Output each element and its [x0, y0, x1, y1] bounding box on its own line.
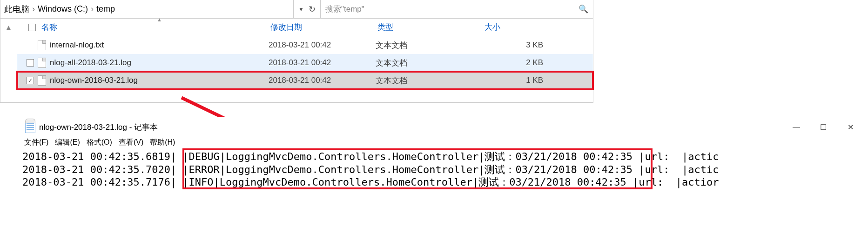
- menu-item[interactable]: 查看(V): [119, 138, 143, 147]
- maximize-button[interactable]: ☐: [810, 119, 837, 135]
- col-type-label: 类型: [377, 22, 393, 33]
- col-size-label: 大小: [484, 22, 500, 33]
- editor-content[interactable]: 2018-03-21 00:42:35.6819| |DEBUG|Logging…: [20, 150, 867, 192]
- file-list: 名称 ▲ 修改日期 类型 大小 internal-nlog.txt2018-03…: [17, 19, 593, 102]
- breadcrumb-seg[interactable]: temp: [96, 4, 115, 14]
- file-modified: 2018-03-21 00:42: [269, 40, 376, 50]
- file-size: 2 KB: [483, 58, 557, 67]
- col-modified-label: 修改日期: [270, 22, 302, 33]
- search-placeholder: 搜索"temp": [325, 4, 364, 14]
- file-name-cell: ✓nlog-own-2018-03-21.log: [27, 75, 269, 86]
- history-dropdown-icon[interactable]: ▼: [298, 6, 304, 13]
- col-name-label: 名称: [41, 22, 57, 33]
- explorer-window: 此电脑›Windows (C:)›temp ▼ ↻ 搜索"temp" 🔍 ▲ 名…: [0, 0, 593, 103]
- breadcrumb-seg[interactable]: Windows (C:): [38, 4, 88, 14]
- minimize-button[interactable]: —: [783, 119, 810, 135]
- file-type: 文本文档: [376, 58, 483, 68]
- column-headers: 名称 ▲ 修改日期 类型 大小: [17, 19, 593, 36]
- file-name: nlog-own-2018-03-21.log: [50, 76, 138, 85]
- file-row[interactable]: ✓nlog-own-2018-03-21.log2018-03-21 00:42…: [17, 72, 593, 89]
- file-icon: [38, 75, 46, 86]
- menu-item[interactable]: 帮助(H): [150, 138, 175, 147]
- titlebar[interactable]: nlog-own-2018-03-21.log - 记事本 — ☐ ✕: [20, 117, 867, 137]
- select-all-checkbox[interactable]: [28, 24, 36, 31]
- col-name[interactable]: 名称 ▲: [27, 22, 269, 33]
- file-row[interactable]: nlog-all-2018-03-21.log2018-03-21 00:42文…: [17, 54, 593, 72]
- file-modified: 2018-03-21 00:42: [269, 76, 376, 85]
- close-button[interactable]: ✕: [837, 119, 864, 135]
- row-checkbox[interactable]: ✓: [27, 77, 34, 84]
- file-size: 1 KB: [483, 76, 557, 85]
- col-modified[interactable]: 修改日期: [269, 22, 376, 33]
- notepad-icon: [25, 121, 35, 133]
- menu-item[interactable]: 编辑(E): [55, 138, 80, 147]
- breadcrumb[interactable]: 此电脑›Windows (C:)›temp: [0, 0, 294, 18]
- file-name: nlog-all-2018-03-21.log: [50, 58, 131, 67]
- scroll-up-icon[interactable]: ▲: [0, 19, 17, 102]
- menu-item[interactable]: 文件(F): [24, 138, 48, 147]
- file-size: 3 KB: [483, 40, 557, 50]
- menu-item[interactable]: 格式(O): [87, 138, 112, 147]
- col-size[interactable]: 大小: [483, 22, 557, 33]
- chevron-right-icon[interactable]: ›: [91, 4, 94, 14]
- file-type: 文本文档: [376, 75, 483, 86]
- menu-bar: 文件(F)编辑(E)格式(O)查看(V)帮助(H): [20, 137, 867, 150]
- file-name-cell: nlog-all-2018-03-21.log: [27, 58, 269, 68]
- file-row[interactable]: internal-nlog.txt2018-03-21 00:42文本文档3 K…: [17, 36, 593, 54]
- search-box[interactable]: 搜索"temp" 🔍: [321, 0, 593, 18]
- search-icon[interactable]: 🔍: [579, 4, 588, 14]
- notepad-window: nlog-own-2018-03-21.log - 记事本 — ☐ ✕ 文件(F…: [20, 117, 867, 192]
- file-name: internal-nlog.txt: [50, 40, 104, 50]
- refresh-icon[interactable]: ↻: [309, 4, 316, 14]
- file-icon: [38, 58, 46, 68]
- chevron-right-icon[interactable]: ›: [32, 4, 35, 14]
- col-type[interactable]: 类型: [376, 22, 483, 33]
- breadcrumb-buttons: ▼ ↻: [294, 0, 321, 18]
- file-modified: 2018-03-21 00:42: [269, 58, 376, 67]
- file-name-cell: internal-nlog.txt: [27, 40, 269, 50]
- file-icon: [38, 40, 46, 50]
- address-bar: 此电脑›Windows (C:)›temp ▼ ↻ 搜索"temp" 🔍: [0, 0, 593, 19]
- row-checkbox[interactable]: [27, 59, 34, 67]
- window-title: nlog-own-2018-03-21.log - 记事本: [39, 122, 158, 133]
- file-type: 文本文档: [376, 40, 483, 51]
- breadcrumb-seg[interactable]: 此电脑: [4, 4, 29, 15]
- sort-caret-icon: ▲: [157, 17, 162, 22]
